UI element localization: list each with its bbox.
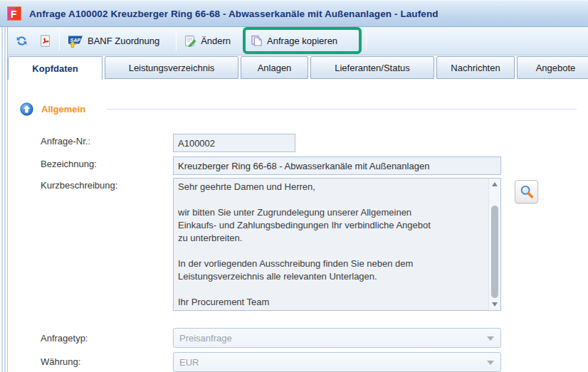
tab-nachrichten[interactable]: Nachrichten	[436, 56, 515, 79]
tab-lieferanten-status[interactable]: Lieferanten/Status	[310, 56, 434, 79]
scrollbar-track[interactable]	[489, 190, 500, 299]
section-divider-line	[107, 109, 577, 110]
page-title: Anfrage A100002 Kreuzberger Ring 66-68 -…	[29, 9, 439, 19]
tab-kopfdaten[interactable]: Kopfdaten	[8, 56, 103, 80]
bezeichnung-label: Bezeichnung:	[41, 159, 97, 169]
scroll-down-icon	[492, 302, 498, 307]
tab-leistungsverzeichnis[interactable]: Leistungsverzeichnis	[105, 56, 238, 79]
pdf-export-button[interactable]	[33, 31, 57, 51]
waehrung-value: EUR	[179, 357, 199, 368]
waehrung-label: Währung:	[41, 356, 80, 367]
toolbar: SAP BANF Zuordnung Ändern Anfrage kopier…	[7, 27, 588, 55]
toolbar-separator	[59, 31, 60, 51]
scroll-up-icon	[492, 182, 498, 186]
pdf-export-icon	[39, 35, 51, 47]
circle-up-arrow-icon[interactable]	[20, 102, 33, 116]
allgemein-section-header: Allgemein	[20, 102, 582, 116]
tab-anlagen[interactable]: Anlagen	[241, 56, 308, 79]
toolbar-separator	[366, 31, 367, 51]
kurzbeschreibung-text[interactable]: Sehr geehrte Damen und Herren, wir bitte…	[174, 179, 488, 310]
anfragetyp-select[interactable]: Preisanfrage	[173, 328, 501, 348]
aendern-label: Ändern	[201, 36, 231, 46]
refresh-icon	[16, 35, 28, 47]
banf-zuordnung-label: BANF Zuordnung	[88, 36, 159, 46]
window-frame-left	[0, 27, 7, 372]
aendern-button[interactable]: Ändern	[179, 31, 236, 51]
sap-banf-icon: SAP	[68, 35, 83, 48]
copy-document-icon	[251, 35, 263, 47]
banf-zuordnung-button[interactable]: SAP BANF Zuordnung	[62, 31, 165, 51]
anfrage-nr-field[interactable]	[173, 134, 295, 152]
kurzbeschreibung-lookup-button[interactable]	[515, 180, 538, 203]
chevron-down-icon	[487, 336, 494, 341]
kurzbeschreibung-label: Kurzbeschreibung:	[41, 180, 117, 191]
anfrage-nr-label: Anfrage-Nr.:	[41, 136, 90, 147]
toolbar-separator	[176, 31, 177, 51]
window-titlebar: F Anfrage A100002 Kreuzberger Ring 66-68…	[0, 0, 588, 27]
anfrage-kopieren-label: Anfrage kopieren	[267, 36, 337, 46]
futura-logo-icon: F	[7, 6, 21, 21]
refresh-button[interactable]	[10, 31, 33, 51]
kurzbeschreibung-textarea[interactable]: Sehr geehrte Damen und Herren, wir bitte…	[173, 178, 501, 311]
anfragetyp-label: Anfragetyp:	[41, 333, 88, 344]
scroll-down-button[interactable]	[489, 299, 500, 310]
anfrage-kopieren-button[interactable]: Anfrage kopieren	[245, 31, 343, 51]
section-title-allgemein: Allgemein	[41, 104, 85, 115]
tab-angebote[interactable]: Angebote	[517, 56, 588, 79]
scrollbar-thumb[interactable]	[491, 206, 498, 298]
svg-text:F: F	[11, 9, 17, 20]
scroll-up-button[interactable]	[489, 179, 500, 190]
magnifier-icon	[519, 184, 535, 200]
waehrung-select[interactable]: EUR	[173, 352, 501, 372]
bezeichnung-field[interactable]	[173, 156, 501, 175]
textarea-scrollbar[interactable]	[488, 179, 500, 310]
tab-strip: Kopfdaten Leistungsverzeichnis Anlagen L…	[7, 55, 588, 80]
svg-text:SAP: SAP	[70, 37, 81, 42]
chevron-down-icon	[487, 361, 494, 365]
edit-pencil-icon	[184, 35, 196, 47]
anfragetyp-value: Preisanfrage	[179, 333, 232, 344]
